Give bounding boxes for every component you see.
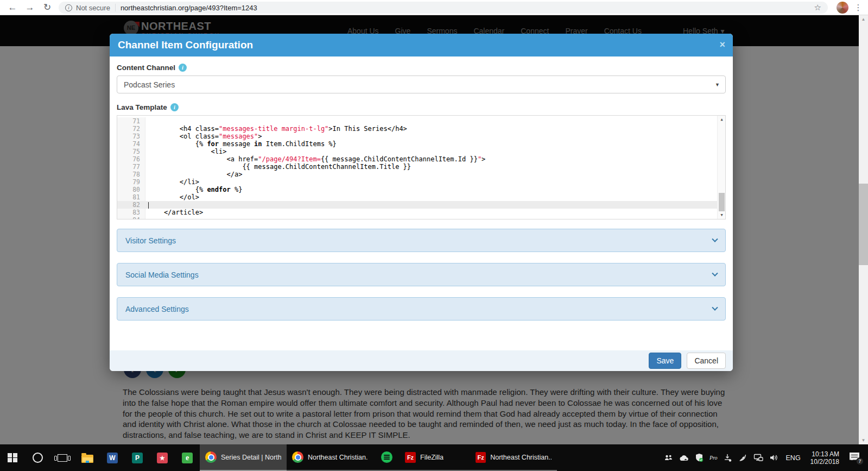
- action-center-button[interactable]: 7: [850, 452, 863, 464]
- filezilla-icon: Fz: [405, 452, 416, 463]
- filezilla-icon: Fz: [476, 452, 486, 463]
- volume-icon[interactable]: [769, 454, 778, 462]
- evernote-button[interactable]: e: [175, 444, 200, 471]
- cancel-button[interactable]: Cancel: [687, 353, 726, 369]
- windows-taskbar: W P ★ e Series Detail | North... Northea…: [0, 444, 868, 471]
- start-button[interactable]: [0, 444, 25, 471]
- chevron-down-icon: [712, 236, 718, 242]
- window-filezilla-northeast[interactable]: Fz Northeast Christian...: [470, 444, 557, 471]
- scroll-down-icon[interactable]: ▼: [718, 212, 726, 218]
- network-icon[interactable]: [753, 454, 763, 462]
- spotify-icon: [381, 451, 392, 463]
- close-icon[interactable]: ×: [719, 34, 725, 55]
- line-number: 77: [117, 163, 145, 171]
- info-icon[interactable]: i: [179, 64, 187, 72]
- onedrive-icon[interactable]: [679, 454, 689, 462]
- forward-icon[interactable]: →: [23, 1, 37, 15]
- window-title: Series Detail | North...: [221, 454, 281, 461]
- pro-icon[interactable]: Pro: [709, 455, 718, 461]
- line-number: 71: [117, 117, 145, 125]
- window-filezilla[interactable]: Fz FileZilla: [400, 444, 470, 471]
- visitor-settings-panel[interactable]: Visitor Settings: [117, 229, 726, 252]
- editor-scrollbar[interactable]: ▲ ▼: [717, 116, 725, 219]
- word-button[interactable]: W: [100, 444, 125, 471]
- window-chrome-series-detail[interactable]: Series Detail | North...: [200, 444, 287, 471]
- device-install-icon[interactable]: [724, 454, 732, 462]
- tray-time: 10:13 AM: [810, 450, 839, 458]
- social-media-settings-panel[interactable]: Social Media Settings: [117, 263, 726, 286]
- lava-template-label-text: Lava Template: [117, 103, 167, 111]
- notification-badge: 7: [856, 457, 864, 465]
- profile-avatar[interactable]: [837, 2, 848, 14]
- line-number: 80: [117, 186, 145, 193]
- content-channel-select[interactable]: Podcast Series ▼: [117, 76, 726, 93]
- chevron-down-icon: [712, 270, 718, 276]
- page-url: northeastchristian.org/page/493?Item=124…: [121, 4, 257, 12]
- browser-scrollbar[interactable]: ▲ ▼: [859, 15, 868, 444]
- code-line-active: 82: [117, 201, 725, 209]
- people-icon[interactable]: [664, 454, 673, 462]
- wunderlist-icon: ★: [157, 453, 168, 463]
- window-chrome-northeast[interactable]: Northeast Christian...: [287, 444, 373, 471]
- system-tray: Pro ENG 10:13 AM 10/2/2018 7: [664, 444, 868, 471]
- content-channel-label-text: Content Channel: [117, 64, 175, 72]
- code-line: 81 </ol>: [117, 193, 725, 201]
- line-number: 82: [117, 201, 145, 209]
- line-number: 83: [117, 209, 145, 216]
- advanced-settings-panel[interactable]: Advanced Settings: [117, 297, 726, 321]
- address-bar[interactable]: i Not secure northeastchristian.org/page…: [59, 2, 828, 14]
- window-title: Northeast Christian...: [490, 454, 552, 461]
- modal-body: Content Channel i Podcast Series ▼ Lava …: [110, 56, 733, 350]
- info-icon[interactable]: i: [170, 103, 179, 111]
- save-button[interactable]: Save: [649, 353, 681, 369]
- scroll-down-icon[interactable]: ▼: [859, 436, 868, 444]
- browser-menu-icon[interactable]: ⋮: [853, 1, 864, 14]
- editor-scrollbar-thumb[interactable]: [719, 193, 725, 211]
- code-line: 83 </article>: [117, 209, 725, 216]
- task-view-icon: [58, 454, 67, 462]
- task-view-button[interactable]: [50, 444, 75, 471]
- language-indicator[interactable]: ENG: [786, 454, 801, 462]
- line-number: 78: [117, 171, 145, 178]
- scrollbar-thumb[interactable]: [859, 184, 868, 265]
- modal-footer: Save Cancel: [110, 350, 733, 371]
- content-channel-value: Podcast Series: [124, 80, 175, 89]
- back-icon[interactable]: ←: [5, 1, 20, 15]
- wunderlist-button[interactable]: ★: [150, 444, 175, 471]
- scroll-up-icon[interactable]: ▲: [859, 15, 868, 23]
- code-line: 74 {% for message in Item.ChildItems %}: [117, 140, 725, 148]
- lava-template-editor[interactable]: 71 72 <h4 class="messages-title margin-t…: [117, 115, 726, 219]
- window-title: Northeast Christian...: [308, 454, 368, 461]
- defender-shield-icon[interactable]: [695, 453, 704, 462]
- word-icon: W: [107, 453, 118, 463]
- evernote-icon: e: [182, 453, 193, 463]
- code-line: 80 {% endfor %}: [117, 186, 725, 193]
- line-number: 72: [117, 125, 145, 133]
- window-spotify[interactable]: [373, 444, 400, 471]
- clock[interactable]: 10:13 AM 10/2/2018: [810, 450, 839, 466]
- publisher-button[interactable]: P: [125, 444, 150, 471]
- line-number: 73: [117, 133, 145, 140]
- line-number: 76: [117, 155, 145, 163]
- text-cursor: [148, 202, 149, 209]
- line-number: 75: [117, 148, 145, 155]
- cortana-button[interactable]: [25, 444, 50, 471]
- code-line: 79 </li>: [117, 178, 725, 186]
- bookmark-star-icon[interactable]: ☆: [814, 3, 821, 12]
- panel-label: Advanced Settings: [125, 305, 189, 313]
- satellite-dish-icon[interactable]: [738, 454, 747, 462]
- site-info-icon[interactable]: i: [65, 4, 72, 11]
- line-number: 81: [117, 193, 145, 201]
- browser-toolbar: ← → ↻ i Not secure northeastchristian.or…: [0, 0, 868, 15]
- chevron-down-icon: [712, 304, 718, 310]
- file-explorer-button[interactable]: [75, 444, 100, 471]
- line-number: 74: [117, 140, 145, 148]
- refresh-icon[interactable]: ↻: [40, 1, 54, 15]
- folder-icon: [81, 455, 93, 463]
- line-number: 84: [117, 216, 145, 219]
- code-line: 77 {{ message.ChildContentChannelItem.Ti…: [117, 163, 725, 171]
- publisher-icon: P: [132, 453, 143, 463]
- code-line: 73 <ol class="messages">: [117, 133, 725, 140]
- scroll-up-icon[interactable]: ▲: [718, 116, 726, 123]
- code-line: 72 <h4 class="messages-title margin-t-lg…: [117, 125, 725, 133]
